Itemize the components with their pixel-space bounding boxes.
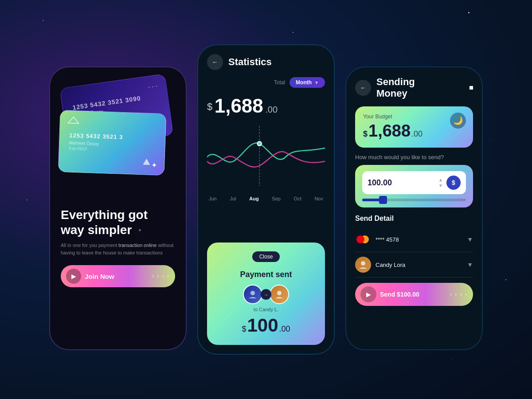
headline-line1: Everything got <box>61 208 148 222</box>
budget-cents: .00 <box>411 129 422 139</box>
chart-label-oct: Oct <box>294 196 301 201</box>
recipient-detail-row[interactable]: Candy Lora ▼ <box>355 252 473 278</box>
total-amount-display: $ 1,688 .00 <box>207 95 325 117</box>
card-detail-row[interactable]: **** 4578 ▼ <box>355 227 473 252</box>
phone1-text-area: Everything got way simpler ✦ All in one … <box>50 207 186 256</box>
join-btn-icon: ▶ <box>66 269 81 284</box>
send-amount-label: How much would you like to send? <box>355 154 473 160</box>
budget-main: 1,688 <box>368 121 411 141</box>
back-icon-2: ← <box>360 84 366 91</box>
statistics-chart: Jun Jul Aug Sep Oct Nov <box>207 121 325 237</box>
svg-marker-0 <box>68 117 78 124</box>
payment-avatars: → <box>216 285 316 304</box>
statistics-title: Statistics <box>228 56 272 68</box>
chart-label-jul: Jul <box>230 196 236 201</box>
send-btn-icon: ▶ <box>360 286 376 302</box>
phone-2: ← Statistics Total Month ▼ $ 1,688 .00 <box>197 44 335 355</box>
title-line2: Money <box>376 88 415 99</box>
recipient-avatar-inner <box>270 286 288 303</box>
send-input-value: 100.00 <box>368 178 435 188</box>
chart-svg <box>207 121 325 192</box>
sender-avatar <box>243 285 262 304</box>
cards-wrapper: ··· 1253 5432 3521 3090 Mehmet Özsoy )))… <box>50 76 186 200</box>
payment-sent-title: Payment sent <box>216 270 316 279</box>
budget-card: Your Budget $ 1,688 .00 🌙 <box>355 106 473 148</box>
card-star-icon: ✦ <box>151 161 157 169</box>
budget-dollar-sign: $ <box>363 129 368 139</box>
payment-cents: .00 <box>279 325 290 334</box>
join-btn-label: Join Now <box>85 273 149 280</box>
svg-point-5 <box>277 291 282 295</box>
recipient-name: Candy Lora <box>376 262 462 268</box>
amount-cents: .00 <box>265 105 278 114</box>
to-recipient-text: to Candy L. <box>216 307 316 312</box>
amount-slider[interactable] <box>362 199 466 201</box>
amount-stepper-icon[interactable]: ▲ ▼ <box>438 177 443 188</box>
phone1-content: ··· 1253 5432 3521 3090 Mehmet Özsoy )))… <box>50 67 186 349</box>
amount-input-row: 100.00 ▲ ▼ $ <box>362 171 466 194</box>
payment-popup: Close Payment sent → <box>207 243 325 345</box>
phone2-content: ← Statistics Total Month ▼ $ 1,688 .00 <box>198 45 334 354</box>
statistics-back-button[interactable]: ← <box>207 54 223 70</box>
payment-amount-display: $ 100 .00 <box>216 315 316 336</box>
moon-icon: 🌙 <box>450 113 466 129</box>
svg-point-6 <box>361 261 365 266</box>
phone3-header: ← Sending Money <box>355 76 473 99</box>
svg-point-4 <box>250 291 255 295</box>
join-btn-arrows: › › › › <box>152 273 170 279</box>
sending-money-title: Sending Money <box>376 76 415 99</box>
budget-amount-display: $ 1,688 .00 <box>363 121 465 141</box>
payment-main-amount: 100 <box>247 315 278 336</box>
headline-line2: way simpler <box>61 223 132 237</box>
phone-1: ··· 1253 5432 3521 3090 Mehmet Özsoy )))… <box>49 66 187 350</box>
join-now-button[interactable]: ▶ Join Now › › › › <box>61 265 175 287</box>
card-number-partial: **** 4578 <box>376 236 462 243</box>
chart-label-sep: Sep <box>272 196 281 201</box>
svg-point-3 <box>258 142 261 145</box>
recipient-chevron-icon: ▼ <box>467 261 473 268</box>
card-logo <box>67 116 80 125</box>
filter-month-button[interactable]: Month ▼ <box>289 77 325 88</box>
headline-dot: ✦ <box>138 228 141 233</box>
card-front: 1253 5432 3521 3 Mehmet Özsoy Exp 09/24 … <box>58 110 167 176</box>
chart-label-jun: Jun <box>209 196 217 201</box>
phone2-header: ← Statistics <box>207 54 325 70</box>
filter-bar: Total Month ▼ <box>207 77 325 88</box>
card-exp-value: 09/24 <box>77 146 87 151</box>
mc-circle-red <box>356 235 364 243</box>
filter-label: Total <box>274 79 285 86</box>
chart-labels: Jun Jul Aug Sep Oct Nov <box>207 196 325 201</box>
close-button[interactable]: Close <box>252 251 280 262</box>
phones-container: ··· 1253 5432 3521 3090 Mehmet Özsoy )))… <box>0 0 532 399</box>
card-front-number: 1253 5432 3521 3 <box>69 132 155 142</box>
card-detail-chevron-icon: ▼ <box>467 236 473 243</box>
recipient-avatar <box>270 285 289 304</box>
amount-dollar-sign: $ <box>207 101 212 112</box>
card-menu-dots: ··· <box>147 80 160 92</box>
card-exp-label: Exp <box>69 146 76 151</box>
notification-dot <box>469 86 473 90</box>
send-money-button[interactable]: ▶ Send $100.00 › › › › <box>355 283 473 306</box>
send-btn-arrows: › › › › <box>450 291 468 297</box>
slider-thumb <box>379 196 387 204</box>
filter-chevron-icon: ▼ <box>314 80 319 85</box>
card-triangle-icon <box>143 158 150 165</box>
phone3-content: ← Sending Money Your Budget $ 1,688 .00 … <box>346 67 482 349</box>
send-btn-label: Send $100.00 <box>380 291 446 298</box>
back-icon: ← <box>212 59 218 66</box>
mastercard-icon <box>355 231 371 247</box>
transfer-arrow-icon: → <box>261 289 271 300</box>
subtext-highlight: transaction online <box>118 243 156 248</box>
send-detail-label: Send Detail <box>355 215 473 223</box>
chart-label-aug: Aug <box>249 196 258 201</box>
phone1-subtext: All in one for you payment transaction o… <box>61 242 175 256</box>
filter-value: Month <box>296 79 312 86</box>
mastercard-logo <box>356 235 369 243</box>
phone-3: ← Sending Money Your Budget $ 1,688 .00 … <box>345 66 483 350</box>
candy-avatar <box>355 257 371 273</box>
chart-label-nov: Nov <box>314 196 323 201</box>
currency-dollar-button[interactable]: $ <box>446 176 461 190</box>
sending-back-button[interactable]: ← <box>355 80 371 96</box>
send-input-card: 100.00 ▲ ▼ $ <box>355 165 473 207</box>
amount-main: 1,688 <box>215 95 263 117</box>
